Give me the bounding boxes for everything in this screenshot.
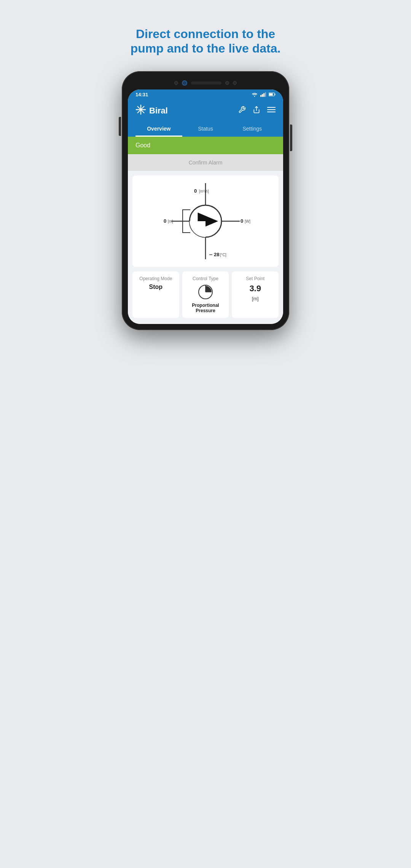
tab-settings[interactable]: Settings xyxy=(229,122,276,137)
battery-icon xyxy=(269,92,276,97)
sensor-dot xyxy=(233,81,237,85)
page-container: Direct connection to the pump and to the… xyxy=(103,15,308,330)
front-camera xyxy=(182,80,187,86)
wifi-icon xyxy=(251,92,258,97)
svg-line-12 xyxy=(138,106,140,108)
time-display: 14:31 xyxy=(135,92,148,97)
status-banner: Good xyxy=(128,137,283,154)
settings-wrench-icon[interactable] xyxy=(238,106,246,115)
power-button xyxy=(290,124,292,151)
tab-overview[interactable]: Overview xyxy=(135,122,182,137)
svg-text:28: 28 xyxy=(214,252,219,257)
set-point-unit: [m] xyxy=(252,296,259,302)
operating-mode-card: Operating Mode Stop xyxy=(132,271,179,318)
phone-screen: 14:31 xyxy=(128,89,283,324)
svg-text:[m³/h]: [m³/h] xyxy=(199,189,209,193)
svg-text:[m]: [m] xyxy=(168,219,173,223)
svg-rect-1 xyxy=(262,94,263,97)
phone-top-bar xyxy=(128,77,283,89)
svg-line-13 xyxy=(142,110,144,113)
info-cards: Operating Mode Stop Control Type xyxy=(128,271,283,324)
logo-area: Biral xyxy=(135,104,168,117)
status-icons xyxy=(251,92,276,97)
set-point-label: Set Point xyxy=(246,276,264,281)
tab-status[interactable]: Status xyxy=(182,122,229,137)
set-point-value: 3.9 xyxy=(249,284,261,294)
proportional-pressure-icon xyxy=(197,284,214,300)
camera-dot-right xyxy=(225,81,229,85)
control-type-label: Control Type xyxy=(193,276,218,281)
svg-text:0: 0 xyxy=(241,218,243,224)
header-top: Biral xyxy=(135,104,276,122)
confirm-alarm-bar[interactable]: Confirm Alarm xyxy=(128,154,283,171)
control-type-value: ProportionalPressure xyxy=(192,303,219,313)
svg-rect-0 xyxy=(260,95,261,97)
pump-svg: 0 [m³/h] 0 [m] 0 [W] 28 [°C] xyxy=(156,183,255,259)
page-headline: Direct connection to the pump and to the… xyxy=(103,15,308,71)
pump-diagram: 0 [m³/h] 0 [m] 0 [W] 28 [°C] xyxy=(132,176,279,267)
nav-tabs: Overview Status Settings xyxy=(135,122,276,137)
signal-icon xyxy=(260,92,266,97)
svg-text:0: 0 xyxy=(194,188,197,194)
control-type-card: Control Type ProportionalPressure xyxy=(182,271,229,318)
biral-logo-icon xyxy=(135,104,146,117)
status-bar: 14:31 xyxy=(128,89,283,100)
app-header: Biral xyxy=(128,100,283,137)
svg-rect-6 xyxy=(269,93,273,96)
svg-text:[°C]: [°C] xyxy=(220,253,226,257)
content-area: Good Confirm Alarm xyxy=(128,137,283,324)
hamburger-menu-icon[interactable] xyxy=(267,107,276,115)
phone-mockup: 14:31 xyxy=(122,71,289,330)
header-icons[interactable] xyxy=(238,106,276,115)
svg-rect-5 xyxy=(274,94,275,95)
speaker-grille xyxy=(191,81,221,85)
svg-text:0: 0 xyxy=(164,218,166,224)
confirm-alarm-label: Confirm Alarm xyxy=(189,160,223,166)
camera-dot-left xyxy=(174,81,178,85)
operating-mode-value: Stop xyxy=(149,284,163,290)
svg-line-14 xyxy=(142,106,144,108)
volume-button xyxy=(119,117,121,136)
svg-rect-3 xyxy=(265,93,266,97)
svg-line-15 xyxy=(138,110,140,113)
operating-mode-label: Operating Mode xyxy=(139,276,172,281)
app-logo-text: Biral xyxy=(149,106,168,116)
svg-text:[W]: [W] xyxy=(245,219,250,223)
set-point-card: Set Point 3.9 [m] xyxy=(232,271,279,318)
share-icon[interactable] xyxy=(253,106,260,115)
svg-rect-2 xyxy=(263,93,264,97)
